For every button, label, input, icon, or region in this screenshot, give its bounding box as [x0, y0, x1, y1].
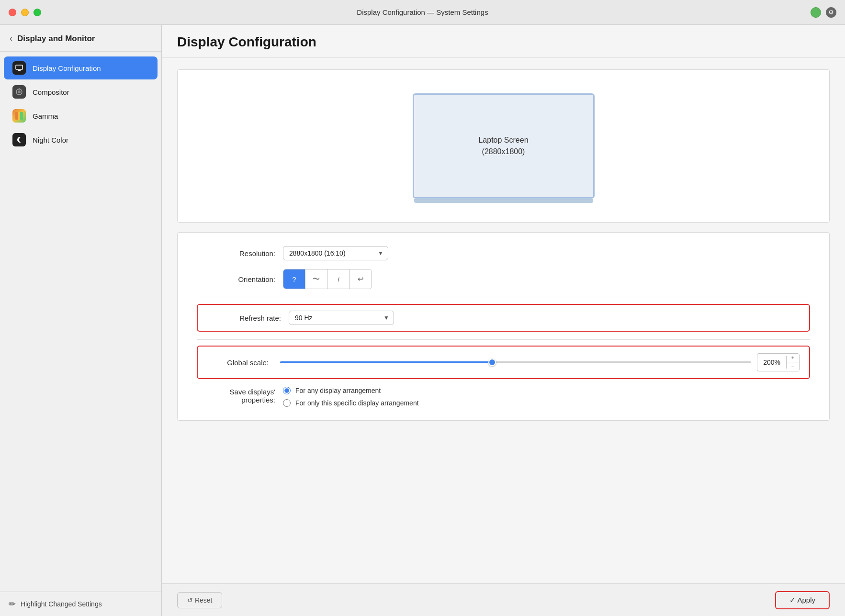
save-displays-label: Save displays' properties: [197, 387, 283, 404]
resolution-dropdown[interactable]: 2880x1800 (16:10) 2560x1600 (16:10) 1920… [283, 246, 388, 260]
scale-increment-button[interactable]: + [787, 354, 799, 362]
scale-thumb[interactable] [488, 358, 496, 366]
window-controls [9, 9, 41, 16]
sidebar-item-gamma[interactable]: Gamma [4, 104, 158, 127]
refresh-rate-dropdown[interactable]: 90 Hz 60 Hz 120 Hz [289, 311, 394, 325]
refresh-rate-dropdown-wrapper: 90 Hz 60 Hz 120 Hz ▼ [289, 311, 394, 325]
divider-1 [197, 298, 810, 298]
reset-button-label: ↺ Reset [187, 596, 212, 604]
content-header: Display Configuration [162, 25, 845, 58]
main-layout: ‹ Display and Monitor Display Configurat… [0, 25, 845, 616]
radio-any-arrangement[interactable]: For any display arrangement [283, 387, 419, 394]
sidebar-item-night-color[interactable]: Night Color [4, 128, 158, 151]
resolution-label: Resolution: [197, 249, 283, 258]
orientation-button-0[interactable]: ? [283, 269, 305, 289]
scale-decrement-button[interactable]: − [787, 362, 799, 371]
apply-button[interactable]: ✓ Apply [775, 591, 830, 609]
svg-rect-7 [20, 112, 23, 120]
titlebar-right-controls: ⚙ [811, 7, 836, 18]
divider-2 [197, 339, 810, 340]
scale-fill [280, 361, 492, 363]
titlebar: Display Configuration — System Settings … [0, 0, 845, 25]
save-displays-radio-group: For any display arrangement For only thi… [283, 387, 419, 407]
svg-rect-0 [16, 65, 23, 69]
refresh-rate-label: Refresh rate: [203, 314, 289, 322]
radio-specific-input[interactable] [283, 399, 291, 407]
resolution-row: Resolution: 2880x1800 (16:10) 2560x1600 … [197, 246, 810, 260]
apply-button-label: ✓ Apply [789, 596, 815, 605]
refresh-rate-row: Refresh rate: 90 Hz 60 Hz 120 Hz ▼ [197, 304, 810, 332]
user-avatar[interactable] [811, 7, 821, 18]
scale-value-box: 200% + − [757, 353, 800, 371]
sidebar-item-label-compositor: Compositor [33, 88, 69, 96]
save-displays-row: Save displays' properties: For any displ… [197, 387, 810, 407]
orientation-row: Orientation: ? 〜 𝑖 ↩ [197, 269, 810, 289]
sidebar-footer: ✏ Highlight Changed Settings [0, 592, 161, 616]
back-button[interactable]: ‹ [10, 34, 12, 44]
gamma-icon [12, 109, 26, 123]
svg-rect-1 [18, 70, 21, 71]
monitor-resolution: (2880x1800) [482, 146, 525, 157]
highlight-icon: ✏ [9, 599, 16, 609]
close-button[interactable] [9, 9, 16, 16]
radio-specific-label: For only this specific display arrangeme… [295, 399, 419, 407]
reset-button[interactable]: ↺ Reset [177, 592, 222, 608]
maximize-button[interactable] [34, 9, 41, 16]
sidebar-item-label-night-color: Night Color [33, 136, 68, 144]
svg-rect-5 [15, 112, 18, 120]
bottom-bar: ↺ Reset ✓ Apply [162, 583, 845, 616]
orientation-group: ? 〜 𝑖 ↩ [283, 269, 372, 289]
svg-rect-6 [18, 112, 20, 120]
sidebar-nav: Display Configuration Compositor [0, 52, 161, 592]
content-area: Display Configuration Laptop Screen (288… [162, 25, 845, 616]
resolution-dropdown-wrapper: 2880x1800 (16:10) 2560x1600 (16:10) 1920… [283, 246, 388, 260]
global-scale-section: Global scale: 200% + − [197, 346, 810, 379]
settings-section: Resolution: 2880x1800 (16:10) 2560x1600 … [177, 232, 830, 421]
sidebar-item-display-configuration[interactable]: Display Configuration [4, 56, 158, 79]
radio-specific-arrangement[interactable]: For only this specific display arrangeme… [283, 399, 419, 407]
scale-buttons: + − [787, 354, 799, 371]
scale-track[interactable] [280, 361, 751, 363]
sidebar: ‹ Display and Monitor Display Configurat… [0, 25, 162, 616]
radio-any-input[interactable] [283, 387, 291, 394]
monitor-preview-container: Laptop Screen (2880x1800) [177, 69, 830, 223]
svg-point-3 [18, 90, 21, 93]
minimize-button[interactable] [21, 9, 29, 16]
scale-slider-wrapper [280, 357, 751, 368]
compositor-icon [12, 85, 26, 99]
sidebar-item-label-display: Display Configuration [33, 64, 101, 72]
monitor-box: Laptop Screen (2880x1800) [413, 93, 595, 199]
window-title: Display Configuration — System Settings [357, 8, 488, 16]
highlight-changed-label: Highlight Changed Settings [21, 600, 102, 608]
sidebar-section-title: Display and Monitor [17, 34, 95, 44]
orientation-button-2[interactable]: 𝑖 [327, 269, 349, 289]
orientation-button-1[interactable]: 〜 [305, 269, 327, 289]
sidebar-header: ‹ Display and Monitor [0, 25, 161, 52]
global-scale-label: Global scale: [207, 358, 274, 367]
scale-value-display: 200% [757, 356, 787, 369]
page-title: Display Configuration [177, 34, 830, 50]
night-color-icon [12, 133, 26, 146]
system-settings-icon[interactable]: ⚙ [826, 7, 836, 18]
orientation-button-3[interactable]: ↩ [349, 269, 372, 289]
sidebar-item-compositor[interactable]: Compositor [4, 80, 158, 103]
content-body: Laptop Screen (2880x1800) Resolution: 28… [162, 58, 845, 583]
monitor-name: Laptop Screen [478, 134, 528, 146]
radio-any-label: For any display arrangement [295, 387, 381, 394]
display-configuration-icon [12, 61, 26, 75]
orientation-label: Orientation: [197, 275, 283, 283]
sidebar-item-label-gamma: Gamma [33, 112, 58, 120]
